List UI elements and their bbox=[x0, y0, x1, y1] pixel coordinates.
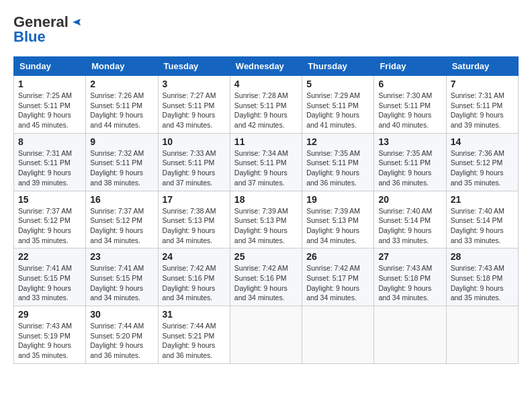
daylight-label: Daylight: 9 hours bbox=[306, 226, 359, 234]
calendar-day-cell: 9 Sunrise: 7:32 AM Sunset: 5:11 PM Dayli… bbox=[86, 133, 158, 191]
sunrise-label: Sunrise: 7:34 AM bbox=[234, 149, 288, 157]
daylight-label: Daylight: 9 hours bbox=[163, 169, 216, 177]
day-number: 3 bbox=[163, 79, 226, 89]
sunrise-label: Sunrise: 7:39 AM bbox=[234, 207, 288, 215]
sunrise-label: Sunrise: 7:37 AM bbox=[18, 207, 72, 215]
calendar-day-cell: 16 Sunrise: 7:37 AM Sunset: 5:12 PM Dayl… bbox=[86, 191, 158, 248]
daylight-minutes: and 33 minutes. bbox=[18, 293, 69, 302]
calendar-day-cell bbox=[230, 306, 302, 364]
day-number: 29 bbox=[18, 309, 81, 320]
sunrise-label: Sunrise: 7:37 AM bbox=[90, 207, 144, 215]
sunset-label: Sunset: 5:12 PM bbox=[451, 158, 503, 167]
calendar-day-cell: 6 Sunrise: 7:30 AM Sunset: 5:11 PM Dayli… bbox=[374, 76, 446, 134]
daylight-minutes: and 42 minutes. bbox=[234, 121, 285, 129]
calendar-day-cell: 31 Sunrise: 7:44 AM Sunset: 5:21 PM Dayl… bbox=[158, 306, 230, 364]
day-number: 27 bbox=[378, 251, 441, 262]
sunset-label: Sunset: 5:13 PM bbox=[306, 216, 359, 224]
day-info: Sunrise: 7:43 AM Sunset: 5:18 PM Dayligh… bbox=[378, 263, 441, 303]
day-info: Sunrise: 7:38 AM Sunset: 5:13 PM Dayligh… bbox=[163, 206, 226, 246]
daylight-minutes: and 40 minutes. bbox=[378, 121, 429, 129]
day-info: Sunrise: 7:42 AM Sunset: 5:16 PM Dayligh… bbox=[163, 263, 226, 303]
daylight-label: Daylight: 9 hours bbox=[378, 284, 431, 292]
sunrise-label: Sunrise: 7:26 AM bbox=[90, 91, 144, 99]
calendar-week-row: 8 Sunrise: 7:31 AM Sunset: 5:11 PM Dayli… bbox=[14, 133, 519, 191]
daylight-label: Daylight: 9 hours bbox=[163, 111, 216, 119]
calendar-day-cell bbox=[446, 306, 518, 364]
daylight-minutes: and 39 minutes. bbox=[451, 121, 501, 129]
weekday-header-cell: Saturday bbox=[446, 57, 518, 76]
sunrise-label: Sunrise: 7:32 AM bbox=[90, 149, 144, 157]
daylight-label: Daylight: 9 hours bbox=[234, 226, 287, 234]
sunrise-label: Sunrise: 7:41 AM bbox=[18, 264, 72, 272]
daylight-minutes: and 38 minutes. bbox=[90, 179, 140, 187]
svg-marker-0 bbox=[73, 19, 81, 26]
sunset-label: Sunset: 5:12 PM bbox=[90, 216, 142, 224]
daylight-minutes: and 41 minutes. bbox=[306, 121, 357, 129]
sunset-label: Sunset: 5:16 PM bbox=[163, 274, 215, 282]
calendar-day-cell: 10 Sunrise: 7:33 AM Sunset: 5:11 PM Dayl… bbox=[158, 133, 230, 191]
day-number: 14 bbox=[451, 136, 514, 147]
sunrise-label: Sunrise: 7:40 AM bbox=[451, 207, 504, 215]
daylight-label: Daylight: 9 hours bbox=[163, 226, 216, 234]
sunset-label: Sunset: 5:11 PM bbox=[306, 158, 359, 167]
sunrise-label: Sunrise: 7:43 AM bbox=[18, 322, 72, 330]
sunrise-label: Sunrise: 7:31 AM bbox=[18, 149, 72, 157]
daylight-minutes: and 37 minutes. bbox=[234, 179, 285, 187]
daylight-minutes: and 43 minutes. bbox=[163, 121, 213, 129]
daylight-label: Daylight: 9 hours bbox=[234, 111, 287, 119]
day-info: Sunrise: 7:41 AM Sunset: 5:15 PM Dayligh… bbox=[18, 263, 81, 303]
daylight-minutes: and 34 minutes. bbox=[163, 293, 213, 302]
day-info: Sunrise: 7:40 AM Sunset: 5:14 PM Dayligh… bbox=[378, 206, 441, 246]
weekday-header-cell: Thursday bbox=[302, 57, 374, 76]
daylight-label: Daylight: 9 hours bbox=[18, 169, 71, 177]
daylight-label: Daylight: 9 hours bbox=[451, 111, 504, 119]
sunrise-label: Sunrise: 7:40 AM bbox=[378, 207, 432, 215]
daylight-label: Daylight: 9 hours bbox=[90, 226, 143, 234]
day-number: 19 bbox=[306, 194, 369, 205]
calendar-day-cell: 28 Sunrise: 7:43 AM Sunset: 5:18 PM Dayl… bbox=[446, 248, 518, 306]
daylight-minutes: and 45 minutes. bbox=[18, 121, 69, 129]
sunset-label: Sunset: 5:11 PM bbox=[18, 158, 71, 167]
daylight-minutes: and 34 minutes. bbox=[90, 236, 140, 244]
sunrise-label: Sunrise: 7:35 AM bbox=[378, 149, 432, 157]
sunset-label: Sunset: 5:12 PM bbox=[18, 216, 71, 224]
day-info: Sunrise: 7:26 AM Sunset: 5:11 PM Dayligh… bbox=[90, 91, 153, 130]
day-info: Sunrise: 7:36 AM Sunset: 5:12 PM Dayligh… bbox=[451, 148, 514, 188]
daylight-label: Daylight: 9 hours bbox=[234, 284, 287, 292]
day-number: 12 bbox=[306, 136, 369, 147]
sunrise-label: Sunrise: 7:44 AM bbox=[163, 322, 216, 330]
calendar-day-cell: 24 Sunrise: 7:42 AM Sunset: 5:16 PM Dayl… bbox=[158, 248, 230, 306]
daylight-label: Daylight: 9 hours bbox=[234, 169, 287, 177]
sunset-label: Sunset: 5:11 PM bbox=[306, 101, 359, 109]
daylight-minutes: and 33 minutes. bbox=[378, 236, 429, 244]
calendar-day-cell: 20 Sunrise: 7:40 AM Sunset: 5:14 PM Dayl… bbox=[374, 191, 446, 248]
daylight-label: Daylight: 9 hours bbox=[306, 284, 359, 292]
sunset-label: Sunset: 5:11 PM bbox=[451, 101, 503, 109]
calendar-day-cell: 22 Sunrise: 7:41 AM Sunset: 5:15 PM Dayl… bbox=[14, 248, 86, 306]
daylight-minutes: and 36 minutes. bbox=[90, 351, 140, 359]
day-info: Sunrise: 7:37 AM Sunset: 5:12 PM Dayligh… bbox=[18, 206, 81, 246]
day-number: 28 bbox=[451, 251, 514, 262]
daylight-minutes: and 44 minutes. bbox=[90, 121, 140, 129]
sunset-label: Sunset: 5:11 PM bbox=[234, 101, 287, 109]
day-info: Sunrise: 7:25 AM Sunset: 5:11 PM Dayligh… bbox=[18, 91, 81, 130]
day-info: Sunrise: 7:35 AM Sunset: 5:11 PM Dayligh… bbox=[378, 148, 441, 188]
daylight-label: Daylight: 9 hours bbox=[18, 226, 71, 234]
calendar-day-cell: 5 Sunrise: 7:29 AM Sunset: 5:11 PM Dayli… bbox=[302, 76, 374, 134]
day-number: 13 bbox=[378, 136, 441, 147]
calendar-day-cell: 15 Sunrise: 7:37 AM Sunset: 5:12 PM Dayl… bbox=[14, 191, 86, 248]
weekday-header-cell: Wednesday bbox=[230, 57, 302, 76]
day-number: 9 bbox=[90, 136, 153, 147]
day-info: Sunrise: 7:34 AM Sunset: 5:11 PM Dayligh… bbox=[234, 148, 298, 188]
daylight-minutes: and 37 minutes. bbox=[163, 179, 213, 187]
sunset-label: Sunset: 5:11 PM bbox=[163, 158, 215, 167]
weekday-header-cell: Monday bbox=[86, 57, 158, 76]
sunrise-label: Sunrise: 7:35 AM bbox=[306, 149, 360, 157]
day-info: Sunrise: 7:32 AM Sunset: 5:11 PM Dayligh… bbox=[90, 148, 153, 188]
weekday-header-row: SundayMondayTuesdayWednesdayThursdayFrid… bbox=[14, 57, 519, 76]
calendar-day-cell: 21 Sunrise: 7:40 AM Sunset: 5:14 PM Dayl… bbox=[446, 191, 518, 248]
sunset-label: Sunset: 5:11 PM bbox=[90, 101, 142, 109]
calendar-day-cell: 8 Sunrise: 7:31 AM Sunset: 5:11 PM Dayli… bbox=[14, 133, 86, 191]
sunset-label: Sunset: 5:21 PM bbox=[163, 332, 215, 340]
daylight-minutes: and 34 minutes. bbox=[234, 293, 285, 302]
